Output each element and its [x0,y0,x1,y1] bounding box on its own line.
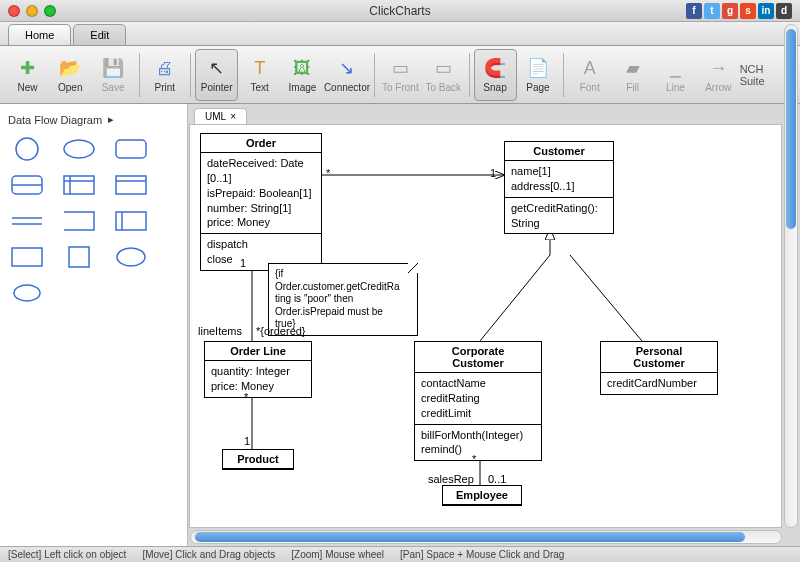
shape-palette [6,129,181,313]
svg-rect-5 [64,176,94,194]
uml-orderline-attrs: quantity: Integer price: Money [205,361,311,397]
toolbar-label: Page [526,82,549,93]
fill-icon: ▰ [621,56,645,80]
toolbar-label: Snap [483,82,506,93]
uml-product-title: Product [223,450,293,469]
uml-personal-attrs: creditCardNumber [601,373,717,394]
sidebar-title-label: Data Flow Diagram [8,114,102,126]
ribbon-toolbar: ✚New📂Open💾Save🖨Print↖PointerTText🖼Image↘… [0,46,800,104]
uml-order-title: Order [201,134,321,153]
toolbar-label: Text [250,82,268,93]
shape-oval[interactable] [114,245,148,269]
shape-data1[interactable] [62,173,96,197]
status-zoom: [Zoom] Mouse wheel [291,549,384,560]
toolbar-page-button[interactable]: 📄Page [517,49,560,101]
mult-star3: * [472,453,476,465]
svg-rect-14 [12,248,42,266]
uml-class-product[interactable]: Product [222,449,294,470]
svg-rect-15 [69,247,89,267]
uml-note-text: {if Order.customer.getCreditRa ting is "… [275,268,411,331]
role-lineitems: lineItems [198,325,242,337]
uml-class-employee[interactable]: Employee [442,485,522,506]
svg-rect-8 [116,176,146,194]
role-salesrep: salesRep [428,473,474,485]
shape-sidebar: Data Flow Diagram ▸ [0,104,188,546]
ribbon-tabs: HomeEdit [0,22,800,46]
toolbar-image-button[interactable]: 🖼Image [281,49,324,101]
uml-class-customer[interactable]: Customer name[1] address[0..1] getCredit… [504,141,614,234]
toolbar-label: Image [289,82,317,93]
toolbar-new-button[interactable]: ✚New [6,49,49,101]
uml-orderline-title: Order Line [205,342,311,361]
scrollbar-horizontal[interactable] [190,530,782,544]
uml-customer-title: Customer [505,142,613,161]
toolbar-label: New [17,82,37,93]
toolbar-line-button: ⎯Line [654,49,697,101]
toolbar-font-button: AFont [568,49,611,101]
mult-01: 0..1 [488,473,506,485]
uml-class-personal[interactable]: Personal Customer creditCardNumber [600,341,718,395]
shape-circle[interactable] [10,137,44,161]
uml-class-order[interactable]: Order dateReceived: Date [0..1] isPrepai… [200,133,322,271]
image-icon: 🖼 [290,56,314,80]
uml-corporate-ops: billForMonth(Integer) remind() [415,425,541,461]
svg-rect-2 [116,140,146,158]
print-icon: 🖨 [153,56,177,80]
toolbar-label: To Back [425,82,461,93]
uml-customer-attrs: name[1] address[0..1] [505,161,613,198]
toolbar-open-button[interactable]: 📂Open [49,49,92,101]
toolbar-label: Print [155,82,176,93]
toolbar-pointer-button[interactable]: ↖Pointer [195,49,238,101]
tofront-icon: ▭ [388,56,412,80]
sidebar-title[interactable]: Data Flow Diagram ▸ [6,110,181,129]
document-tab-uml[interactable]: UML × [194,108,247,124]
uml-class-orderline[interactable]: Order Line quantity: Integer price: Mone… [204,341,312,398]
pointer-icon: ↖ [205,56,229,80]
shape-halfrect[interactable] [10,173,44,197]
status-move: [Move] Click and Drag objects [142,549,275,560]
toolbar-tofront-button: ▭To Front [379,49,422,101]
shape-openrect[interactable] [62,209,96,233]
shape-square[interactable] [62,245,96,269]
shape-doubleline[interactable] [10,209,44,233]
shape-rect[interactable] [10,245,44,269]
tab-home[interactable]: Home [8,24,71,45]
mult-one3: 1 [244,435,250,447]
toolbar-print-button[interactable]: 🖨Print [143,49,186,101]
open-icon: 📂 [58,56,82,80]
toolbar-label: Pointer [201,82,233,93]
shape-ellipse[interactable] [62,137,96,161]
tab-edit[interactable]: Edit [73,24,126,45]
uml-class-corporate[interactable]: Corporate Customer contactName creditRat… [414,341,542,461]
close-icon[interactable]: × [230,111,236,122]
scrollbar-vertical[interactable] [784,24,798,528]
toolbar-connector-button[interactable]: ↘Connector [324,49,370,101]
toolbar-label: Open [58,82,82,93]
canvas[interactable]: Order dateReceived: Date [0..1] isPrepai… [189,124,782,528]
shape-data2[interactable] [114,173,148,197]
document-tabs: UML × [188,104,800,124]
uml-corporate-attrs: contactName creditRating creditLimit [415,373,541,425]
shape-roundrect[interactable] [114,137,148,161]
scroll-thumb-v[interactable] [786,29,796,229]
text-icon: T [248,56,272,80]
svg-point-1 [64,140,94,158]
toolbar-snap-button[interactable]: 🧲Snap [474,49,517,101]
shape-siderect[interactable] [114,209,148,233]
constraint-ordered: *{ordered} [256,325,306,337]
titlebar: ClickCharts ftgsind [0,0,800,22]
svg-line-23 [570,255,642,341]
status-bar: [Select] Left click on object [Move] Cli… [0,546,800,562]
toolbar-toback-button: ▭To Back [422,49,465,101]
shape-oval2[interactable] [10,281,44,305]
toolbar-arrow-button: →Arrow [697,49,740,101]
toolbar-fill-button: ▰Fill [611,49,654,101]
toolbar-label: Fill [626,82,639,93]
mult-one2: 1 [240,257,246,269]
toolbar-text-button[interactable]: TText [238,49,281,101]
connector-icon: ↘ [335,56,359,80]
font-icon: A [578,56,602,80]
snap-icon: 🧲 [483,56,507,80]
main-area: Data Flow Diagram ▸ UML × [0,104,800,546]
scroll-thumb-h[interactable] [195,532,745,542]
